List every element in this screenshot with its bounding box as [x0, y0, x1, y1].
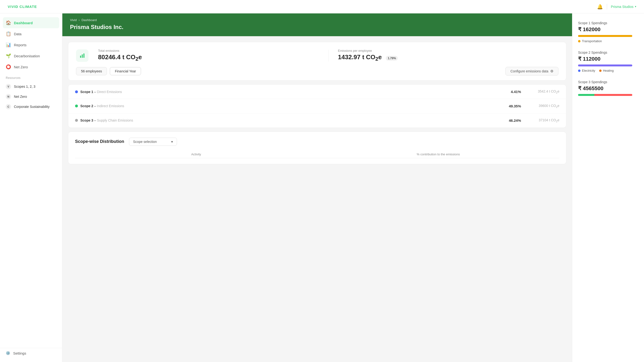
configure-emissions-button[interactable]: Configure emissions data ⚙ — [506, 67, 558, 76]
breadcrumb: Vivid › Dashboard — [70, 18, 564, 22]
heating-legend-dot — [599, 70, 602, 72]
scope1-spending-value: ₹ 162000 — [578, 26, 638, 32]
sidebar-item-corporate[interactable]: C Corporate Sustainability — [0, 102, 62, 112]
sidebar-item-scopes[interactable]: V Scopes 1, 2, 3 — [0, 82, 62, 92]
brand-logo: VIVID CLIMATE — [8, 4, 37, 9]
scope1-name: Scope 1 – Direct Emissions — [80, 90, 122, 94]
corporate-label: Corporate Sustainability — [14, 105, 50, 108]
transport-legend-dot — [578, 40, 580, 42]
scope3-val: 37104 t CO2e — [521, 118, 559, 123]
right-panel: Scope 1 Spendings ₹ 162000 Transportatio… — [572, 14, 644, 362]
svg-rect-1 — [82, 54, 83, 58]
resources-heading: Resources — [0, 72, 62, 82]
dist-table-header: Activity % contribution to the emissions — [75, 150, 559, 158]
scope-select-dropdown[interactable]: Scope selection ▾ — [129, 138, 177, 146]
chevron-down-icon: ▾ — [635, 5, 636, 8]
total-emissions-label: Total emissions — [98, 49, 319, 52]
scope1-spendings: Scope 1 Spendings ₹ 162000 Transportatio… — [578, 21, 638, 43]
configure-label: Configure emissions data — [510, 69, 548, 73]
scope3-name: Scope 3 – Supply Chain Emissions — [80, 118, 133, 122]
stats-row: Total emissions 80246.4 t CO2e Emissions… — [76, 49, 558, 62]
scope3-spendings: Scope 3 Spendings ₹ 4565500 — [578, 80, 638, 96]
configure-gear-icon: ⚙ — [550, 69, 553, 73]
stats-icon — [76, 50, 88, 62]
scope2-name: Scope 2 – Indirect Emissions — [80, 104, 124, 108]
filter-row: 56 employees Financial Year Configure em… — [76, 67, 558, 76]
center-panel: Vivid › Dashboard Prisma Studios Inc. — [62, 14, 572, 362]
scope1-spending-title: Scope 1 Spendings — [578, 21, 638, 25]
sidebar-label-reports: Reports — [14, 43, 26, 47]
sidebar: 🏠 Dashboard 📋 Data 📊 Reports 🌱 Decarboni… — [0, 14, 62, 362]
stats-section: Total emissions 80246.4 t CO2e Emissions… — [68, 42, 566, 80]
scopes-label: Scopes 1, 2, 3 — [14, 85, 36, 88]
svg-rect-0 — [80, 56, 81, 58]
data-icon: 📋 — [6, 31, 11, 36]
scopes-badge: V — [6, 84, 11, 89]
page-title: Prisma Studios Inc. — [70, 24, 564, 30]
scope1-legend: Transportation — [578, 39, 638, 43]
scope2-dash: – — [94, 104, 97, 108]
settings-icon: ⚙️ — [6, 351, 10, 355]
net-zero-icon: ⭕ — [6, 64, 11, 70]
sidebar-label-dashboard: Dashboard — [14, 21, 32, 25]
user-menu[interactable]: Prisma Studios ▾ — [611, 5, 636, 9]
per-employee-label: Emissions per employee — [338, 49, 559, 52]
scope2-legend: Electricity Heating — [578, 69, 638, 72]
sidebar-label-decarbonisation: Decarbonisation — [14, 54, 40, 58]
scope3-pct: 46.24% — [502, 118, 521, 122]
breadcrumb-arrow: › — [79, 18, 80, 22]
transport-legend-label: Transportation — [582, 39, 602, 43]
settings-label: Settings — [13, 351, 26, 355]
scope2-dot — [75, 104, 78, 108]
body-wrap: 🏠 Dashboard 📋 Data 📊 Reports 🌱 Decarboni… — [0, 14, 644, 362]
top-nav: VIVID CLIMATE 🔔 Prisma Studios ▾ — [0, 0, 644, 14]
per-employee-block: Emissions per employee 1432.97 t CO2e 1.… — [338, 49, 559, 62]
header-banner: Vivid › Dashboard Prisma Studios Inc. — [62, 14, 572, 36]
breadcrumb-root: Vivid — [70, 18, 77, 22]
user-name: Prisma Studios — [611, 5, 634, 9]
scope3-spending-title: Scope 3 Spendings — [578, 80, 638, 84]
corporate-badge: C — [6, 104, 11, 109]
scope-cards: Scope 1 – Direct Emissions 4.41% 3542.4 … — [68, 84, 566, 128]
nav-divider — [607, 4, 607, 10]
scope-select-placeholder: Scope selection — [133, 140, 157, 144]
legend-item-transportation: Transportation — [578, 39, 602, 43]
settings-item[interactable]: ⚙️ Settings — [0, 348, 62, 358]
sidebar-item-net-zero-res[interactable]: N Net Zero — [0, 92, 62, 102]
dist-col-pct: % contribution to the emissions — [317, 152, 559, 156]
notification-icon[interactable]: 🔔 — [597, 4, 603, 10]
dist-header: Scope-wise Distribution Scope selection … — [75, 138, 559, 146]
scope1-dot — [75, 90, 78, 93]
sidebar-item-data[interactable]: 📋 Data — [0, 28, 62, 39]
sidebar-item-net-zero[interactable]: ⭕ Net Zero — [0, 61, 62, 72]
sidebar-item-dashboard[interactable]: 🏠 Dashboard — [3, 17, 59, 28]
scope3-dot — [75, 119, 78, 122]
scope2-pct: 49.35% — [502, 104, 521, 108]
legend-item-electricity: Electricity — [578, 69, 595, 72]
employees-filter-button[interactable]: 56 employees — [76, 67, 107, 75]
scope2-spending-title: Scope 2 Spendings — [578, 50, 638, 54]
net-zero-res-label: Net Zero — [14, 95, 27, 98]
scope3-row: Scope 3 – Supply Chain Emissions 46.24% … — [68, 114, 566, 128]
scope1-val: 3542.4 t CO2e — [521, 90, 559, 94]
dist-col-activity: Activity — [75, 152, 317, 156]
total-emissions-block: Total emissions 80246.4 t CO2e — [98, 49, 319, 62]
sidebar-item-decarbonisation[interactable]: 🌱 Decarbonisation — [0, 50, 62, 61]
financial-year-button[interactable]: Financial Year — [110, 67, 141, 75]
scope2-spending-value: ₹ 112000 — [578, 56, 638, 62]
nav-right: 🔔 Prisma Studios ▾ — [597, 4, 636, 10]
electricity-legend-label: Electricity — [582, 69, 595, 72]
scope3-spending-value: ₹ 4565500 — [578, 85, 638, 92]
sidebar-item-reports[interactable]: 📊 Reports — [0, 39, 62, 50]
scope1-pct: 4.41% — [502, 90, 521, 94]
svg-rect-2 — [84, 54, 84, 58]
heating-legend-label: Heating — [603, 69, 614, 72]
scope2-val: 39600 t CO2e — [521, 104, 559, 108]
per-employee-badge: 1.79% — [386, 56, 398, 61]
legend-item-heating: Heating — [599, 69, 614, 72]
reports-icon: 📊 — [6, 42, 11, 48]
breadcrumb-current: Dashboard — [82, 18, 97, 22]
scope-select-chevron: ▾ — [171, 140, 173, 144]
scope1-dash: – — [94, 90, 97, 94]
decarbonisation-icon: 🌱 — [6, 53, 11, 58]
